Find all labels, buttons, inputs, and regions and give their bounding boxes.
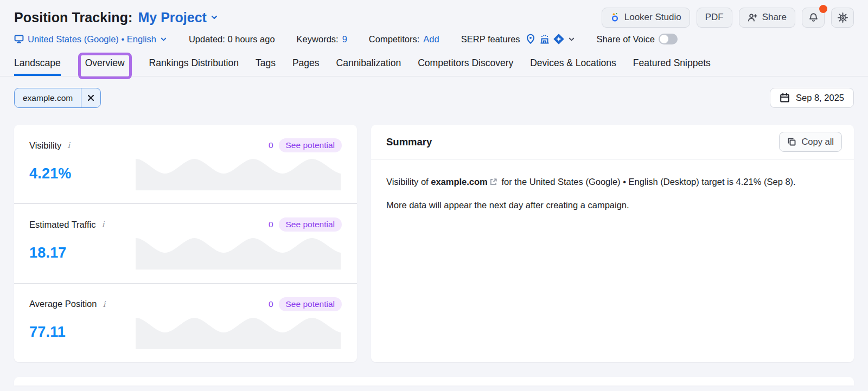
sparkline-placeholder: [136, 157, 341, 190]
bell-icon: [808, 12, 819, 23]
summary-paragraph-1: Visibility of example.com for the United…: [386, 174, 839, 189]
competitors-add-link[interactable]: Add: [423, 34, 439, 44]
looker-studio-icon: [610, 12, 620, 22]
tab-cannibalization[interactable]: Cannibalization: [336, 50, 401, 76]
share-of-voice-toggle[interactable]: [659, 34, 678, 44]
share-of-voice-meta: Share of Voice: [597, 34, 678, 44]
desktop-icon: [14, 34, 24, 44]
metrics-card: Visibility i 0 See potential 4.21% Estim…: [14, 125, 357, 362]
chip-close-button[interactable]: [81, 88, 100, 107]
metric-average-position: Average Position i 0 See potential 77.11: [14, 283, 357, 362]
see-potential-badge[interactable]: See potential: [279, 297, 342, 311]
tab-pages[interactable]: Pages: [292, 50, 320, 76]
target-selector[interactable]: United States (Google) • English: [14, 34, 167, 44]
metric-estimated-traffic: Estimated Traffic i 0 See potential 18.1…: [14, 203, 357, 283]
overview-cards: Visibility i 0 See potential 4.21% Estim…: [0, 125, 868, 362]
ai-sparkle-diamond-icon: [553, 34, 564, 44]
tab-landscape[interactable]: Landscape: [14, 50, 61, 76]
competitors-meta: Competitors: Add: [369, 34, 439, 44]
chevron-down-icon: [160, 36, 167, 43]
page-title: Position Tracking:: [14, 10, 133, 25]
tab-overview-label: Overview: [85, 57, 125, 69]
share-of-voice-label: Share of Voice: [597, 34, 655, 44]
user-plus-icon: [748, 13, 757, 22]
metric-label: Estimated Traffic: [29, 220, 96, 230]
project-name: My Project: [138, 10, 207, 25]
external-link-icon[interactable]: [489, 178, 497, 186]
potential-count: 0: [269, 140, 273, 150]
tab-overview[interactable]: Overview: [85, 50, 125, 76]
pdf-button[interactable]: PDF: [697, 8, 732, 28]
serp-features-label: SERP features: [461, 34, 520, 44]
metric-visibility: Visibility i 0 See potential 4.21%: [14, 125, 357, 203]
summary-title: Summary: [386, 136, 432, 148]
date-picker-button[interactable]: Sep 8, 2025: [770, 88, 854, 108]
potential-count: 0: [269, 299, 273, 309]
sparkline-placeholder: [136, 236, 341, 270]
toggle-knob: [660, 35, 668, 43]
info-icon[interactable]: i: [101, 299, 106, 309]
tab-rankings-distribution[interactable]: Rankings Distribution: [149, 50, 239, 76]
metric-label: Average Position: [29, 299, 97, 309]
gear-icon: [838, 12, 848, 23]
notification-badge: [819, 5, 827, 13]
filter-bar: example.com Sep 8, 2025: [0, 88, 868, 108]
domain-chip-label: example.com: [15, 88, 81, 107]
metric-label: Visibility: [29, 140, 61, 151]
tab-tags[interactable]: Tags: [256, 50, 276, 76]
info-icon[interactable]: i: [66, 140, 71, 150]
chevron-down-icon: [210, 14, 218, 21]
info-icon[interactable]: i: [101, 220, 106, 229]
keywords-label: Keywords:: [297, 34, 339, 44]
tab-featured-snippets[interactable]: Featured Snippets: [633, 50, 711, 76]
close-icon: [87, 94, 94, 101]
keywords-count-link[interactable]: 9: [342, 34, 347, 44]
keywords-meta: Keywords: 9: [297, 34, 347, 44]
serp-features-meta[interactable]: SERP features: [461, 34, 575, 44]
report-tabs: Landscape Overview Rankings Distribution…: [0, 50, 868, 76]
notifications-button[interactable]: [802, 8, 825, 28]
see-potential-badge[interactable]: See potential: [279, 138, 342, 152]
summary-paragraph-2: More data will appear the next day after…: [386, 197, 839, 213]
competitors-label: Competitors:: [369, 34, 420, 44]
target-label: United States (Google) • English: [28, 34, 156, 44]
summary-body: Visibility of example.com for the United…: [371, 159, 854, 227]
settings-button[interactable]: [831, 8, 854, 28]
domain-filter-chip[interactable]: example.com: [14, 88, 101, 108]
date-label: Sep 8, 2025: [796, 93, 844, 103]
page-header: Position Tracking: My Project Looker Stu…: [0, 0, 868, 27]
sparkline-placeholder: [136, 316, 341, 349]
potential-count: 0: [269, 220, 273, 229]
location-pin-icon: [525, 34, 536, 44]
updated-status: Updated: 0 hours ago: [189, 34, 275, 44]
copy-all-label: Copy all: [801, 137, 834, 147]
copy-all-button[interactable]: Copy all: [779, 132, 842, 152]
campaign-meta-bar: United States (Google) • English Updated…: [0, 28, 868, 50]
chevron-down-icon: [568, 36, 575, 43]
tab-devices-locations[interactable]: Devices & Locations: [530, 50, 616, 76]
next-card-sliver: [14, 377, 854, 386]
share-button[interactable]: Share: [739, 8, 795, 28]
looker-studio-button[interactable]: Looker Studio: [602, 8, 690, 28]
looker-studio-label: Looker Studio: [624, 12, 681, 23]
see-potential-badge[interactable]: See potential: [279, 217, 342, 232]
summary-text: Visibility of: [386, 177, 431, 187]
project-selector[interactable]: My Project: [138, 10, 218, 25]
tab-competitors-discovery[interactable]: Competitors Discovery: [418, 50, 513, 76]
calendar-icon: [780, 93, 790, 103]
summary-text: for the United States (Google) • English…: [499, 177, 796, 187]
pdf-label: PDF: [705, 12, 724, 23]
copy-icon: [787, 137, 796, 146]
metric-value: 18.17: [29, 245, 136, 261]
summary-card: Summary Copy all Visibility of example.c…: [371, 125, 854, 362]
metric-value: 4.21%: [29, 165, 136, 182]
metric-value: 77.11: [29, 324, 136, 341]
share-label: Share: [762, 12, 787, 23]
sitelinks-building-icon: [539, 34, 550, 44]
summary-domain-link[interactable]: example.com: [431, 177, 488, 187]
